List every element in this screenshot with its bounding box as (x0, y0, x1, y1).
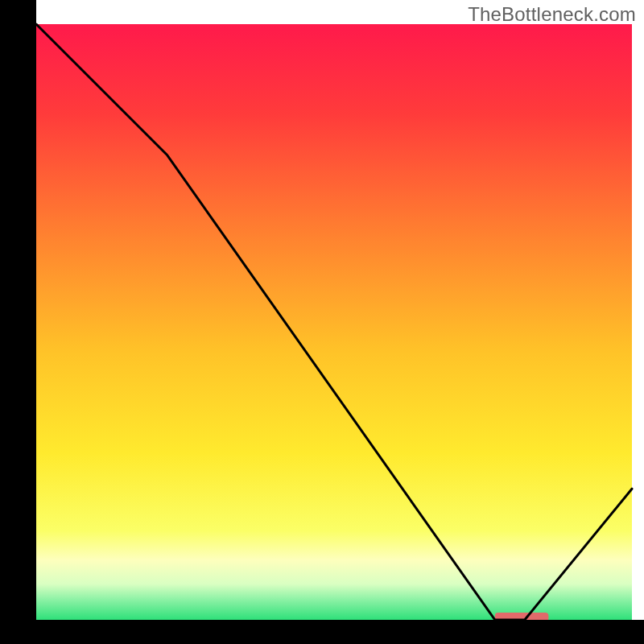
axis-left (0, 0, 36, 644)
chart-container: TheBottleneck.com (0, 0, 644, 644)
axis-bottom (0, 620, 644, 644)
chart-svg (0, 0, 644, 644)
